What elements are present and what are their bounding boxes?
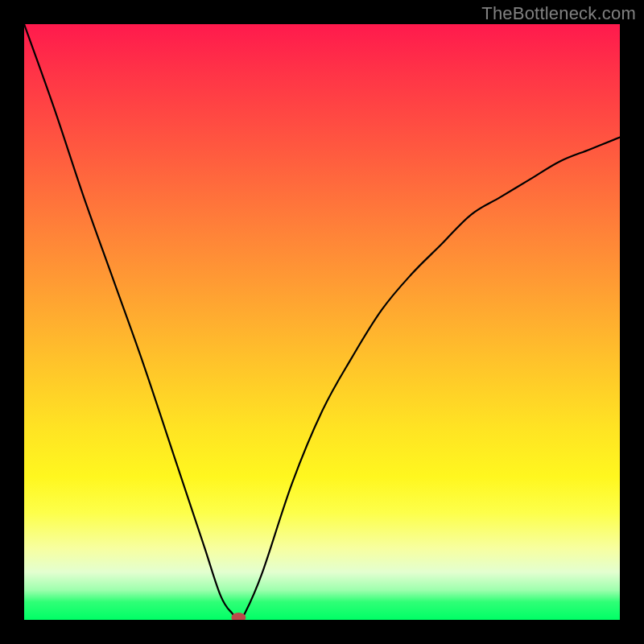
curve-layer — [24, 24, 620, 620]
plot-area — [24, 24, 620, 620]
chart-frame: TheBottleneck.com — [0, 0, 644, 644]
watermark-text: TheBottleneck.com — [481, 3, 636, 24]
bottleneck-curve — [24, 24, 620, 620]
